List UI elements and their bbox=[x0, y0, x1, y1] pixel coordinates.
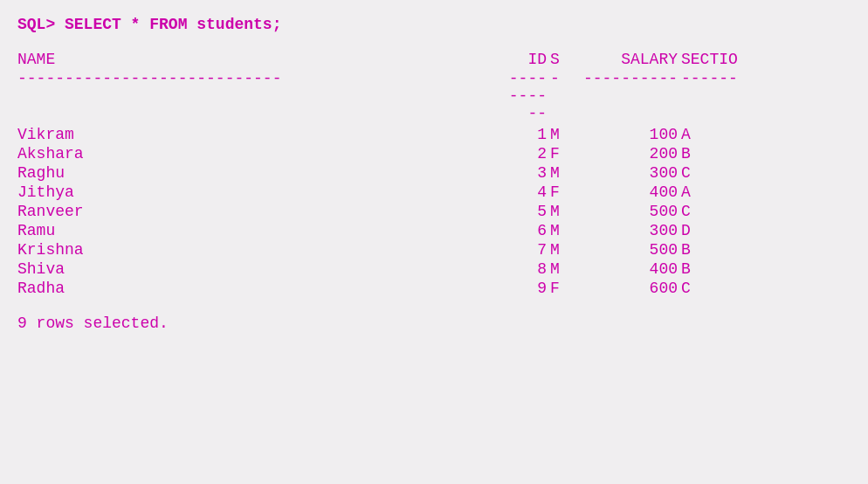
cell-sex: M bbox=[550, 126, 576, 143]
cell-section: B bbox=[681, 241, 751, 259]
divider-id: ---------- bbox=[506, 70, 550, 122]
header-name: NAME bbox=[17, 51, 506, 68]
divider-sex: - bbox=[550, 70, 576, 122]
cell-salary: 400 bbox=[576, 260, 681, 278]
cell-sex: M bbox=[550, 222, 576, 239]
cell-name: Ramu bbox=[17, 222, 506, 239]
cell-id: 2 bbox=[506, 145, 550, 162]
divider-salary: ---------- bbox=[576, 70, 681, 122]
cell-sex: F bbox=[550, 145, 576, 162]
table-row: Jithya 4 F 400 A bbox=[17, 183, 851, 201]
cell-id: 6 bbox=[506, 222, 550, 239]
cell-id: 4 bbox=[506, 183, 550, 201]
header-id: ID bbox=[506, 51, 550, 68]
cell-id: 1 bbox=[506, 126, 550, 143]
table-row: Raghu 3 M 300 C bbox=[17, 164, 851, 182]
cell-section: B bbox=[681, 145, 751, 162]
cell-section: A bbox=[681, 183, 751, 201]
cell-sex: M bbox=[550, 241, 576, 259]
header-section: SECTIO bbox=[681, 51, 751, 68]
header-sex: S bbox=[550, 51, 576, 68]
footer: 9 rows selected. bbox=[17, 315, 851, 332]
cell-sex: F bbox=[550, 280, 576, 297]
table-row: Ranveer 5 M 500 C bbox=[17, 203, 851, 220]
cell-name: Vikram bbox=[17, 126, 506, 143]
divider-name: ---------------------------- bbox=[17, 70, 506, 122]
cell-salary: 500 bbox=[576, 203, 681, 220]
table-row: Vikram 1 M 100 A bbox=[17, 126, 851, 143]
table-row: Akshara 2 F 200 B bbox=[17, 145, 851, 162]
cell-name: Krishna bbox=[17, 241, 506, 259]
header-row: NAME ID S SALARY SECTIO bbox=[17, 51, 851, 68]
cell-salary: 300 bbox=[576, 222, 681, 239]
table-row: Radha 9 F 600 C bbox=[17, 280, 851, 297]
cell-section: D bbox=[681, 222, 751, 239]
cell-name: Radha bbox=[17, 280, 506, 297]
cell-sex: M bbox=[550, 164, 576, 182]
cell-section: C bbox=[681, 164, 751, 182]
table-row: Krishna 7 M 500 B bbox=[17, 241, 851, 259]
cell-section: C bbox=[681, 203, 751, 220]
cell-id: 9 bbox=[506, 280, 550, 297]
cell-name: Ranveer bbox=[17, 203, 506, 220]
cell-section: B bbox=[681, 260, 751, 278]
header-salary: SALARY bbox=[576, 51, 681, 68]
cell-id: 8 bbox=[506, 260, 550, 278]
divider-row: ---------------------------- ---------- … bbox=[17, 70, 851, 122]
cell-salary: 400 bbox=[576, 183, 681, 201]
cell-sex: F bbox=[550, 183, 576, 201]
cell-id: 5 bbox=[506, 203, 550, 220]
cell-salary: 600 bbox=[576, 280, 681, 297]
cell-section: A bbox=[681, 126, 751, 143]
cell-name: Shiva bbox=[17, 260, 506, 278]
cell-id: 7 bbox=[506, 241, 550, 259]
cell-salary: 200 bbox=[576, 145, 681, 162]
cell-sex: M bbox=[550, 203, 576, 220]
cell-id: 3 bbox=[506, 164, 550, 182]
cell-name: Jithya bbox=[17, 183, 506, 201]
sql-command: SQL> SELECT * FROM students; bbox=[17, 16, 851, 33]
cell-salary: 100 bbox=[576, 126, 681, 143]
table-row: Ramu 6 M 300 D bbox=[17, 222, 851, 239]
cell-salary: 300 bbox=[576, 164, 681, 182]
table-output: NAME ID S SALARY SECTIO ----------------… bbox=[17, 51, 851, 297]
cell-sex: M bbox=[550, 260, 576, 278]
table-row: Shiva 8 M 400 B bbox=[17, 260, 851, 278]
cell-section: C bbox=[681, 280, 751, 297]
cell-name: Akshara bbox=[17, 145, 506, 162]
cell-name: Raghu bbox=[17, 164, 506, 182]
data-rows-container: Vikram 1 M 100 A Akshara 2 F 200 B Raghu… bbox=[17, 126, 851, 297]
cell-salary: 500 bbox=[576, 241, 681, 259]
divider-section: ------ bbox=[681, 70, 751, 122]
